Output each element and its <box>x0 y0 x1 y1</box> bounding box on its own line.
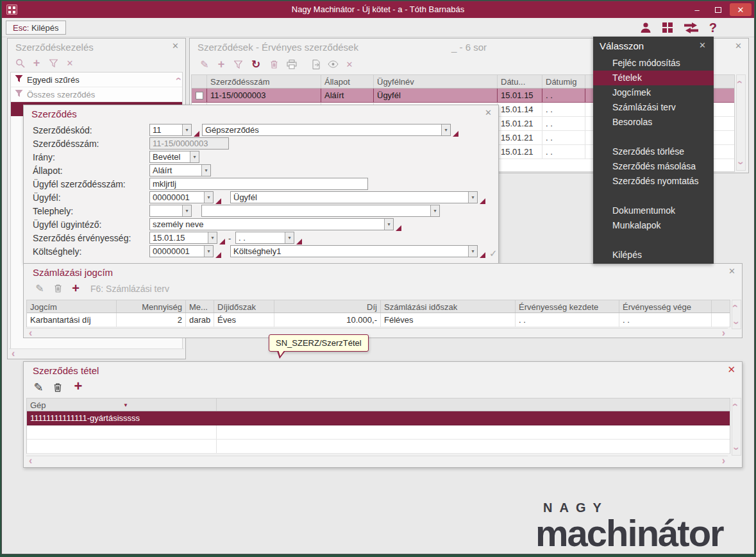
ugyfel-name-combo[interactable]: Ügyfél▾ <box>230 191 478 203</box>
dropdown-arrow-icon[interactable]: ▾ <box>441 124 450 135</box>
dropdown-arrow-icon[interactable]: ▾ <box>430 205 439 216</box>
scroll-up-icon[interactable]: ‹ <box>736 80 744 83</box>
switch-arrows-icon[interactable] <box>684 22 699 33</box>
clear-filter-icon[interactable]: ✕ <box>63 56 77 69</box>
sort-down-icon[interactable]: ▼ <box>123 402 128 408</box>
lookup-arrow-icon[interactable] <box>219 239 225 244</box>
header-szamlazasi-idoszak[interactable]: Számlázási időszak <box>381 300 516 313</box>
delete-icon[interactable] <box>51 381 65 394</box>
f6-billing-plan-label[interactable]: F6: Számlázási terv <box>90 284 169 294</box>
user-icon[interactable] <box>640 22 651 33</box>
dropdown-arrow-icon[interactable]: ▾ <box>182 205 191 216</box>
delete-icon[interactable] <box>51 282 65 295</box>
maximize-button[interactable] <box>709 3 728 16</box>
telephely-name-combo[interactable]: ▾ <box>201 205 440 217</box>
close-icon[interactable]: ✕ <box>735 42 742 51</box>
scroll-down-icon[interactable]: ‹ <box>732 447 739 450</box>
close-icon[interactable]: ✕ <box>699 40 706 50</box>
lookup-arrow-icon[interactable] <box>194 131 199 137</box>
menu-item-szerzodes-torlese[interactable]: Szerződés törlése <box>593 144 714 159</box>
search-icon[interactable] <box>13 56 27 69</box>
dropdown-arrow-icon[interactable]: ▾ <box>204 192 213 203</box>
koltseghely-code-combo[interactable]: 00000001▾ <box>149 245 214 257</box>
add-icon[interactable]: + <box>71 380 85 393</box>
filter-icon[interactable] <box>231 58 245 71</box>
dropdown-arrow-icon[interactable]: ▾ <box>468 246 477 257</box>
menu-item-kilepes[interactable]: Kilépés <box>593 248 714 262</box>
header-gep[interactable]: Gép <box>27 398 217 411</box>
minimize-button[interactable]: – <box>687 3 707 16</box>
lookup-arrow-icon[interactable] <box>453 131 458 137</box>
help-icon[interactable]: ? <box>709 21 717 35</box>
menu-item-szerzodes-masolasa[interactable]: Szerződés másolása <box>593 159 714 174</box>
scroll-left-icon[interactable]: ‹ <box>12 350 15 357</box>
view-icon[interactable] <box>326 58 340 71</box>
ugyintezo-combo[interactable]: személy neve▾ <box>149 218 394 230</box>
add-icon[interactable]: + <box>69 282 83 295</box>
dropdown-arrow-icon[interactable]: ▾ <box>208 232 217 243</box>
close-icon[interactable]: ✕ <box>727 365 735 374</box>
edit-icon[interactable]: ✎ <box>33 282 47 295</box>
edit-icon[interactable]: ✎ <box>31 381 46 394</box>
add-icon[interactable]: + <box>29 56 44 69</box>
menu-item-tetelek[interactable]: Tételek <box>593 71 714 85</box>
header-datum[interactable]: Dátu... <box>498 75 542 88</box>
szerzodeskod-name-combo[interactable]: Gépszerződés▾ <box>202 124 451 136</box>
vertical-scrollbar[interactable]: ‹ ‹ <box>732 300 741 329</box>
header-ervenyesseg-vege[interactable]: Érvényesség vége <box>619 300 712 313</box>
header-ervenyesseg-kezdete[interactable]: Érvényesség kezdete <box>516 300 619 313</box>
menu-item-jogcimek[interactable]: Jogcímek <box>593 85 714 100</box>
table-row[interactable]: Karbantartási díj 2 darab Éves 10.000,- … <box>27 313 730 327</box>
scroll-up-icon[interactable]: ‹ <box>732 403 739 406</box>
horizontal-scrollbar[interactable]: ‹ › <box>26 328 728 338</box>
header-allapot[interactable]: Állapot <box>321 75 374 88</box>
header-datumig[interactable]: Dátumig <box>542 75 585 88</box>
koltseghely-name-combo[interactable]: Költséghely1▾ <box>230 245 478 257</box>
header-mennyiseg[interactable]: Mennyiség <box>117 300 186 313</box>
ervenyesseg-to-combo[interactable]: . .▾ <box>235 232 294 244</box>
menu-item-szerzodes-nyomtatas[interactable]: Szerződés nyomtatás <box>593 174 714 189</box>
export-icon[interactable] <box>309 58 323 71</box>
close-icon[interactable]: ✕ <box>172 42 179 51</box>
lookup-arrow-icon[interactable] <box>215 198 221 204</box>
menu-item-szamlazasi-terv[interactable]: Számlázási terv <box>593 100 714 115</box>
menu-item-besorolas[interactable]: Besorolas <box>593 115 714 130</box>
menu-item-dokumentumok[interactable]: Dokumentumok <box>593 203 714 218</box>
lookup-arrow-icon[interactable] <box>480 252 485 258</box>
dropdown-arrow-icon[interactable]: ▾ <box>182 124 191 135</box>
dropdown-arrow-icon[interactable]: ▾ <box>190 151 199 162</box>
table-row[interactable] <box>27 440 730 454</box>
header-dij[interactable]: Díj <box>274 300 381 313</box>
modules-grid-icon[interactable] <box>662 22 673 33</box>
header-me[interactable]: Me... <box>186 300 214 313</box>
ugyfel-szerzodesszam-field[interactable]: mkljrtlj <box>149 178 368 190</box>
row-checkbox[interactable] <box>196 92 203 99</box>
add-icon[interactable]: + <box>214 58 228 71</box>
telephely-code-combo[interactable]: ▾ <box>149 205 192 217</box>
vertical-scrollbar[interactable]: ‹ ‹ <box>732 398 741 456</box>
vertical-scrollbar[interactable]: ‹ ‹ <box>736 74 746 171</box>
header-jogcim[interactable]: Jogcím <box>27 300 117 313</box>
header-dijidoszak[interactable]: Díjidőszak <box>214 300 274 313</box>
ervenyesseg-from-combo[interactable]: 15.01.15▾ <box>149 232 217 244</box>
dropdown-arrow-icon[interactable]: ▾ <box>468 192 477 203</box>
scroll-right-icon[interactable]: › <box>722 457 725 465</box>
esc-exit-button[interactable]: Esc: Kilépés <box>6 21 66 35</box>
lookup-arrow-icon[interactable] <box>215 252 221 258</box>
irany-combo[interactable]: Bevétel▾ <box>149 151 199 163</box>
header-ugyfelnev[interactable]: Ügyfélnév <box>374 75 498 88</box>
szerzodeskod-code-combo[interactable]: 11▾ <box>149 124 192 136</box>
menu-item-munkalapok[interactable]: Munkalapok <box>593 218 714 233</box>
scroll-left-icon[interactable]: ‹ <box>29 329 32 337</box>
lookup-arrow-icon[interactable] <box>480 198 485 204</box>
ugyfel-code-combo[interactable]: 00000001▾ <box>149 191 214 203</box>
table-row[interactable] <box>27 425 730 440</box>
scroll-down-icon[interactable]: ‹ <box>732 321 739 324</box>
refresh-icon[interactable]: ↻ <box>249 58 263 71</box>
table-row[interactable]: 11111111111111-gyártásisssss <box>27 411 730 425</box>
header-szerzodesszam[interactable]: Szerződésszám <box>207 75 321 88</box>
confirm-check-icon[interactable]: ✓ <box>489 248 498 259</box>
dropdown-arrow-icon[interactable]: ▾ <box>285 232 294 243</box>
allapot-combo[interactable]: Aláírt▾ <box>149 164 211 176</box>
clear-filter-icon[interactable]: ✕ <box>342 58 357 71</box>
